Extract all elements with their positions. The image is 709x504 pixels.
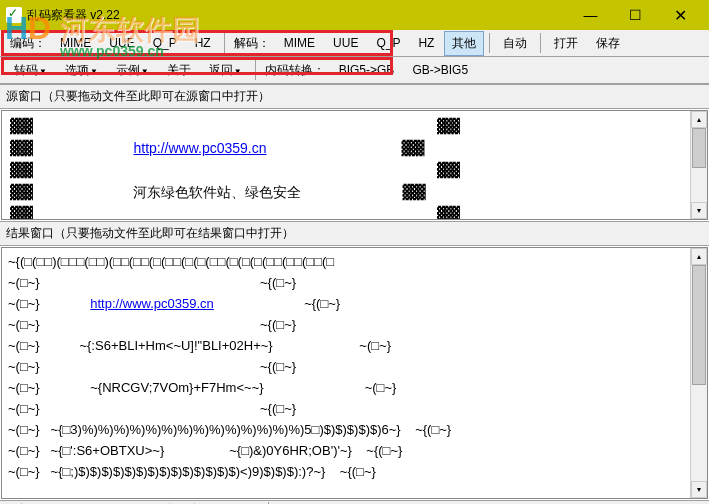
result-line: ~(□~} ~{□;)$)$)$)$)$)$)$)$)$)$)$)$)$)$)<… — [8, 464, 376, 479]
open-button[interactable]: 打开 — [546, 31, 586, 56]
close-button[interactable]: ✕ — [658, 1, 703, 29]
result-line: ~(□~} ~{□':S6+OBTXU>~} ~{□)&)0Y6HR;OB')'… — [8, 443, 402, 458]
decode-uue-button[interactable]: UUE — [325, 32, 366, 54]
big5-to-gb-button[interactable]: BIG5->GB — [331, 59, 403, 81]
statusbar: 欢迎使用本软件，有任何意见和建议请与我联》 Please Mailto: sms… — [0, 500, 709, 504]
result-line: ~(□~} ~{NRCGV;7VOm}+F7Hm<~~} ~(□~} — [8, 380, 396, 395]
window-title: 乱码察看器 v2.22 — [27, 7, 120, 24]
decode-qp-button[interactable]: Q_P — [368, 32, 408, 54]
result-line: ~(□~} — [8, 296, 90, 311]
decode-mime-button[interactable]: MIME — [276, 32, 323, 54]
source-panel-label: 源窗口（只要拖动文件至此即可在源窗口中打开） — [0, 84, 709, 109]
gb-to-big5-button[interactable]: GB->BIG5 — [404, 59, 476, 81]
result-line: ~{(□(□□)(□□□(□□)(□□(□□(□(□□(□(□(□□(□(□(□… — [8, 254, 334, 269]
minimize-button[interactable]: — — [568, 1, 613, 29]
result-panel-label: 结果窗口（只要拖动文件至此即可在结果窗口中打开） — [0, 221, 709, 246]
chevron-down-icon: ▼ — [90, 67, 98, 76]
result-line: ~(□~} ~{:S6+BLI+Hm<~U]!"BLI+02H+~} ~(□~} — [8, 338, 391, 353]
scroll-thumb[interactable] — [692, 128, 706, 168]
auto-button[interactable]: 自动 — [495, 31, 535, 56]
inner-convert-label: 内码转换： — [261, 60, 329, 81]
chevron-down-icon: ▼ — [141, 67, 149, 76]
maximize-button[interactable]: ☐ — [613, 1, 658, 29]
decode-hz-button[interactable]: HZ — [410, 32, 442, 54]
toolbar-encode-decode: 编码： MIME UUE Q_P HZ 解码： MIME UUE Q_P HZ … — [0, 30, 709, 57]
chevron-down-icon: ▼ — [39, 67, 47, 76]
result-line: ~(□~} ~{□3)%)%)%)%)%)%)%)%)%)%)%)%)%)%)5… — [8, 422, 451, 437]
decode-label: 解码： — [230, 33, 274, 54]
examples-button[interactable]: 示例▼ — [108, 58, 157, 83]
scroll-down-icon[interactable]: ▾ — [691, 202, 707, 219]
chevron-down-icon: ▼ — [234, 67, 242, 76]
encode-qp-button[interactable]: Q_P — [145, 32, 185, 54]
source-panel: ▓▓▓ ▓▓▓ ▓▓▓ http://www.pc0359.cn ▓▓▓ ▓▓▓… — [1, 110, 708, 220]
decode-other-button[interactable]: 其他 — [444, 31, 484, 56]
scroll-thumb[interactable] — [692, 265, 706, 385]
source-url-link[interactable]: http://www.pc0359.cn — [133, 140, 266, 156]
scroll-up-icon[interactable]: ▴ — [691, 248, 707, 265]
encode-mime-button[interactable]: MIME — [52, 32, 99, 54]
source-textarea[interactable]: ▓▓▓ ▓▓▓ ▓▓▓ http://www.pc0359.cn ▓▓▓ ▓▓▓… — [2, 111, 690, 219]
app-icon — [6, 7, 22, 23]
result-scrollbar[interactable]: ▴ ▾ — [690, 248, 707, 498]
result-line: ~(□~} ~{(□~} — [8, 401, 296, 416]
encode-uue-button[interactable]: UUE — [101, 32, 142, 54]
options-button[interactable]: 选项▼ — [57, 58, 106, 83]
back-button[interactable]: 返回▼ — [201, 58, 250, 83]
about-button[interactable]: 关于 — [159, 58, 199, 83]
encode-label: 编码： — [6, 33, 50, 54]
result-textarea[interactable]: ~{(□(□□)(□□□(□□)(□□(□□(□(□□(□(□(□□(□(□(□… — [2, 248, 690, 498]
scroll-up-icon[interactable]: ▴ — [691, 111, 707, 128]
scroll-down-icon[interactable]: ▾ — [691, 481, 707, 498]
source-scrollbar[interactable]: ▴ ▾ — [690, 111, 707, 219]
result-url-link[interactable]: http://www.pc0359.cn — [90, 296, 214, 311]
encode-hz-button[interactable]: HZ — [187, 32, 219, 54]
result-line: ~(□~} ~{(□~} — [8, 275, 296, 290]
convert-button[interactable]: 转码▼ — [6, 58, 55, 83]
result-line: ~(□~} ~{(□~} — [8, 317, 296, 332]
result-panel: ~{(□(□□)(□□□(□□)(□□(□□(□(□□(□(□(□□(□(□(□… — [1, 247, 708, 499]
save-button[interactable]: 保存 — [588, 31, 628, 56]
toolbar-convert: 转码▼ 选项▼ 示例▼ 关于 返回▼ 内码转换： BIG5->GB GB->BI… — [0, 57, 709, 84]
titlebar: 乱码察看器 v2.22 — ☐ ✕ — [0, 0, 709, 30]
result-line: ~(□~} ~{(□~} — [8, 359, 296, 374]
